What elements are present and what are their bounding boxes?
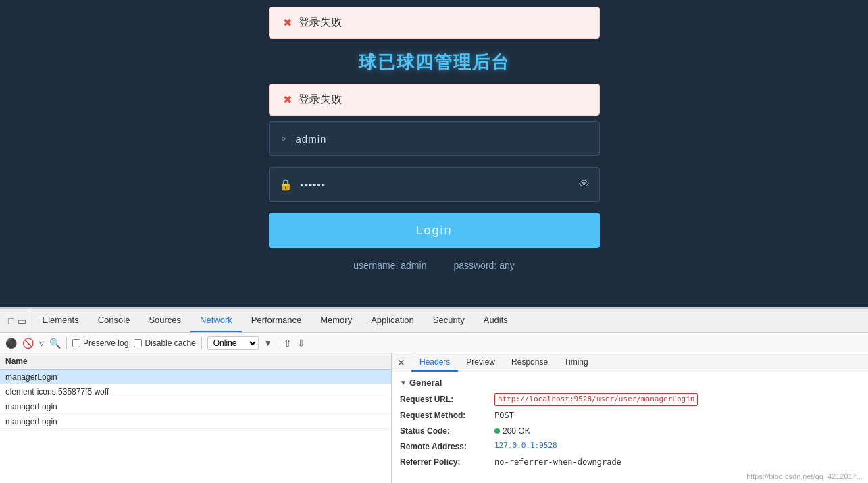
lock-icon: 🔒	[279, 178, 292, 191]
network-row-1[interactable]: element-icons.535877f5.woff	[0, 384, 391, 399]
network-row-3[interactable]: managerLogin	[0, 414, 391, 429]
alert-text-1: 登录失败	[299, 16, 342, 30]
details-tab-timing[interactable]: Timing	[556, 353, 596, 372]
alert-box-1: ✖ 登录失败	[269, 7, 600, 39]
login-button[interactable]: Login	[269, 213, 600, 248]
alert-icon-2: ✖	[283, 93, 292, 106]
app-area: ✖ 登录失败 球已球四管理后台 ✖ 登录失败 ⚬ 🔒 👁​️ Login use…	[0, 0, 868, 307]
preserve-log-label[interactable]: Preserve log	[72, 338, 128, 348]
clear-icon[interactable]: 🚫	[22, 338, 34, 349]
hint-area: username: admin password: any	[353, 260, 514, 271]
close-details-button[interactable]: ✕	[392, 353, 411, 372]
devtools-tabs-bar: □ ▭ Elements Console Sources Network Per…	[0, 309, 868, 333]
user-icon: ⚬	[279, 132, 288, 145]
tab-elements[interactable]: Elements	[32, 309, 88, 332]
tab-security[interactable]: Security	[424, 309, 474, 332]
sep-2	[201, 337, 202, 349]
disable-cache-text: Disable cache	[145, 338, 195, 348]
filter-icon[interactable]: ▿	[39, 338, 44, 349]
devtools-panel: □ ▭ Elements Console Sources Network Per…	[0, 307, 868, 483]
remote-address-row: Remote Address: 127.0.0.1:9528	[400, 440, 860, 453]
network-row-2[interactable]: managerLogin	[0, 399, 391, 414]
network-name-header: Name	[5, 357, 28, 366]
hint-username: username: admin	[353, 260, 426, 271]
network-list: Name managerLogin element-icons.535877f5…	[0, 353, 392, 483]
request-url-label: Request URL:	[400, 393, 494, 406]
disable-cache-label[interactable]: Disable cache	[134, 338, 195, 348]
login-form: ⚬ 🔒 👁​️ Login	[269, 121, 600, 248]
referrer-policy-row: Referrer Policy: no-referrer-when-downgr…	[400, 456, 860, 468]
tab-console[interactable]: Console	[88, 309, 140, 332]
eye-icon[interactable]: 👁​️	[579, 178, 590, 190]
request-method-value: POST	[494, 409, 514, 422]
sep-3	[278, 337, 278, 349]
username-wrapper: ⚬	[269, 121, 600, 156]
preserve-log-checkbox[interactable]	[72, 339, 80, 347]
tab-performance[interactable]: Performance	[242, 309, 311, 332]
password-wrapper: 🔒 👁​️	[269, 167, 600, 202]
details-panel: ✕ Headers Preview Response Timing ▼ Gene…	[392, 353, 868, 483]
inspect-icon[interactable]: □	[8, 315, 14, 326]
network-toolbar: ⚫ 🚫 ▿ 🔍 Preserve log Disable cache Onlin…	[0, 333, 868, 353]
search-icon[interactable]: 🔍	[49, 338, 61, 349]
request-url-row: Request URL: http://localhost:9528/user/…	[400, 393, 860, 406]
tab-application[interactable]: Application	[361, 309, 424, 332]
request-method-row: Request Method: POST	[400, 409, 860, 422]
status-code-label: Status Code:	[400, 425, 494, 437]
alert-text-2: 登录失败	[299, 93, 342, 107]
password-input[interactable]	[301, 179, 579, 190]
throttle-arrow: ▼	[264, 338, 272, 348]
request-method-label: Request Method:	[400, 409, 494, 422]
throttle-select[interactable]: Online Fast 3G Slow 3G Offline	[207, 336, 259, 350]
referrer-policy-value: no-referrer-when-downgrade	[494, 456, 621, 468]
details-tab-preview[interactable]: Preview	[458, 353, 503, 372]
details-tab-response[interactable]: Response	[503, 353, 556, 372]
details-tabs-bar: ✕ Headers Preview Response Timing	[392, 353, 868, 372]
import-icon[interactable]: ⇧	[284, 338, 292, 349]
tab-sources[interactable]: Sources	[139, 309, 190, 332]
tab-network[interactable]: Network	[190, 309, 242, 332]
remote-address-label: Remote Address:	[400, 440, 494, 453]
request-url-value: http://localhost:9528/user/user/managerL…	[494, 393, 698, 406]
general-section-title: ▼ General	[400, 378, 860, 388]
stop-recording-icon[interactable]: ⚫	[5, 338, 17, 349]
disable-cache-checkbox[interactable]	[134, 339, 142, 347]
watermark: https://blog.csdn.net/qq_4212017...	[746, 472, 863, 480]
triangle-icon: ▼	[400, 379, 407, 386]
details-tab-headers[interactable]: Headers	[411, 353, 458, 372]
device-icon[interactable]: ▭	[18, 315, 26, 326]
tab-audits[interactable]: Audits	[474, 309, 517, 332]
preserve-log-text: Preserve log	[83, 338, 128, 348]
remote-address-value: 127.0.0.1:9528	[494, 440, 557, 453]
status-code-value: 200 OK	[494, 425, 530, 437]
network-row-0[interactable]: managerLogin	[0, 370, 391, 384]
devtools-body: Name managerLogin element-icons.535877f5…	[0, 353, 868, 483]
page-title: 球已球四管理后台	[359, 51, 510, 74]
referrer-policy-label: Referrer Policy:	[400, 456, 494, 468]
username-input[interactable]	[296, 133, 590, 145]
status-dot	[494, 428, 500, 434]
details-content: ▼ General Request URL: http://localhost:…	[392, 372, 868, 477]
devtools-icon-group: □ ▭	[3, 309, 32, 332]
network-list-header: Name	[0, 353, 391, 370]
alert-box-2: ✖ 登录失败	[269, 84, 600, 116]
alert-icon-1: ✖	[283, 16, 292, 29]
status-code-row: Status Code: 200 OK	[400, 425, 860, 437]
sep-1	[66, 337, 67, 349]
tab-memory[interactable]: Memory	[311, 309, 361, 332]
hint-password: password: any	[453, 260, 514, 271]
export-icon[interactable]: ⇩	[297, 338, 305, 349]
